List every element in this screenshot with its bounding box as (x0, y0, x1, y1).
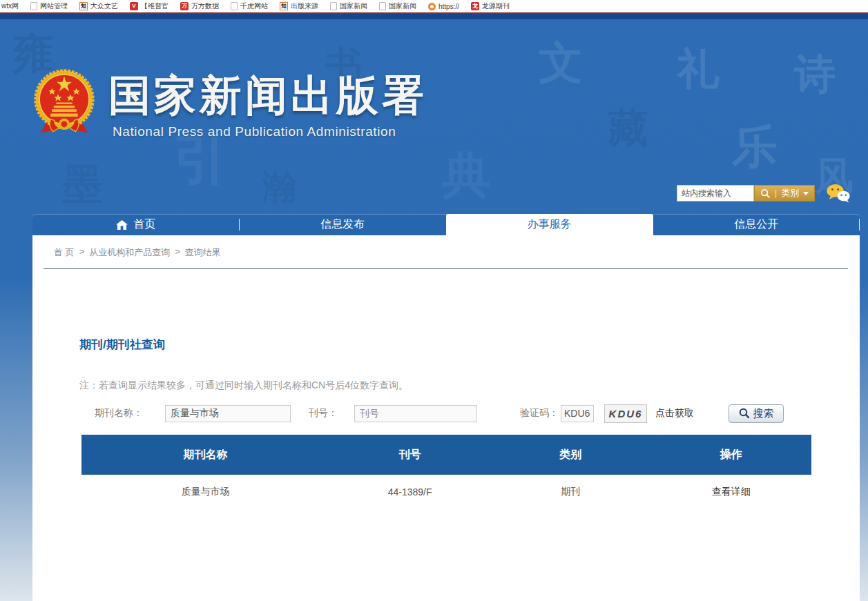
captcha-input[interactable] (561, 405, 594, 422)
site-search-input[interactable] (677, 185, 754, 201)
search-icon (760, 188, 771, 199)
red-wanfang-icon: 万 (180, 2, 189, 10)
page-icon (231, 2, 238, 10)
breadcrumb-query[interactable]: 从业机构和产品查询 (89, 246, 170, 259)
header-category: 类别 (490, 448, 651, 462)
red-v-icon: V (130, 2, 138, 10)
issn-label: 刊号： (309, 407, 338, 420)
bookmark-item[interactable]: 国家新闻 (379, 1, 416, 11)
page-icon (30, 2, 37, 10)
bookmark-item[interactable]: 万万方数据 (180, 1, 219, 11)
breadcrumb-home[interactable]: 首 页 (54, 246, 75, 259)
cell-category: 期刊 (490, 486, 651, 498)
breadcrumb-result: 查询结果 (185, 246, 221, 259)
table-header-row: 期刊名称 刊号 类别 操作 (81, 435, 811, 475)
site-banner: 国家新闻出版署 National Press and Publication A… (0, 19, 868, 214)
divider (859, 219, 860, 230)
search-category-label[interactable]: 类别 (781, 187, 799, 199)
captcha-refresh-link[interactable]: 点击获取 (655, 407, 694, 420)
wechat-icon[interactable] (826, 183, 851, 204)
bookmark-item[interactable]: V【维普官 (130, 1, 168, 11)
bookmark-item[interactable]: 龙龙源期刊 (471, 1, 510, 11)
browser-bookmarks-bar: wtx网 网站管理 知大众文艺 V【维普官 万万方数据 千虎网站 知出版来源 国… (0, 0, 868, 12)
orange-ring-icon (428, 3, 436, 10)
journal-name-input[interactable] (165, 405, 291, 422)
home-icon (116, 220, 128, 230)
cell-issn: 44-1389/F (329, 486, 490, 497)
issn-input[interactable] (354, 405, 477, 422)
nav-tab-info-release[interactable]: 信息发布 (240, 214, 447, 235)
view-detail-link[interactable]: 查看详细 (650, 486, 811, 498)
nav-tab-services[interactable]: 办事服务 (446, 214, 653, 235)
cell-journal-name: 质量与市场 (81, 486, 329, 498)
site-search-button[interactable]: | 类别 (754, 185, 815, 201)
breadcrumb: 首 页 > 从业机构和产品查询 > 查询结果 (54, 246, 221, 259)
header-action: 操作 (650, 448, 811, 462)
search-icon (739, 408, 750, 419)
bookmark-item[interactable]: wtx网 (1, 1, 19, 11)
divider: | (775, 188, 777, 198)
main-nav: 首页 信息发布 办事服务 信息公开 (32, 214, 860, 235)
table-row: 质量与市场 44-1389/F 期刊 查看详细 (81, 475, 811, 509)
page-title: 期刊/期刊社查询 (79, 337, 165, 353)
page-icon (379, 2, 386, 10)
query-form: 期刊名称： 刊号： 验证码： KDU6 点击获取 搜索 (32, 403, 860, 424)
nav-tab-info-disclosure[interactable]: 信息公开 (653, 214, 860, 235)
results-table: 期刊名称 刊号 类别 操作 质量与市场 44-1389/F 期刊 查看详细 (81, 435, 811, 509)
page: wtx网 网站管理 知大众文艺 V【维普官 万万方数据 千虎网站 知出版来源 国… (0, 0, 868, 601)
captcha-label: 验证码： (520, 407, 559, 420)
zhihu-icon: 知 (79, 2, 88, 10)
bookmark-item[interactable]: https:// (428, 3, 459, 10)
page-icon (330, 2, 337, 10)
zhihu-icon: 知 (280, 2, 288, 10)
site-title: 国家新闻出版署 (108, 68, 427, 124)
breadcrumb-separator: > (175, 246, 180, 259)
site-subtitle: National Press and Publication Administr… (113, 124, 396, 139)
breadcrumb-separator: > (79, 246, 85, 259)
red-long-icon: 龙 (471, 2, 479, 10)
bookmark-item[interactable]: 国家新闻 (330, 1, 367, 11)
header-issn: 刊号 (329, 448, 490, 462)
query-note: 注：若查询显示结果较多，可通过同时输入期刊名称和CN号后4位数字查询。 (79, 380, 408, 392)
chevron-down-icon (803, 192, 809, 195)
bookmark-item[interactable]: 网站管理 (30, 1, 68, 11)
breadcrumb-divider (44, 268, 848, 269)
bookmark-item[interactable]: 知大众文艺 (79, 1, 118, 11)
bookmark-item[interactable]: 千虎网站 (231, 1, 268, 11)
captcha-image[interactable]: KDU6 (604, 404, 647, 423)
national-emblem-logo (33, 66, 95, 144)
site-search-area: | 类别 (677, 185, 815, 201)
content-panel: 首 页 > 从业机构和产品查询 > 查询结果 期刊/期刊社查询 注：若查询显示结… (32, 235, 860, 601)
top-navy-band (0, 14, 868, 19)
nav-tab-home[interactable]: 首页 (32, 214, 240, 235)
header-journal-name: 期刊名称 (81, 448, 329, 462)
search-button[interactable]: 搜索 (729, 404, 784, 423)
journal-name-label: 期刊名称： (95, 407, 143, 420)
bookmark-item[interactable]: 知出版来源 (280, 1, 318, 11)
